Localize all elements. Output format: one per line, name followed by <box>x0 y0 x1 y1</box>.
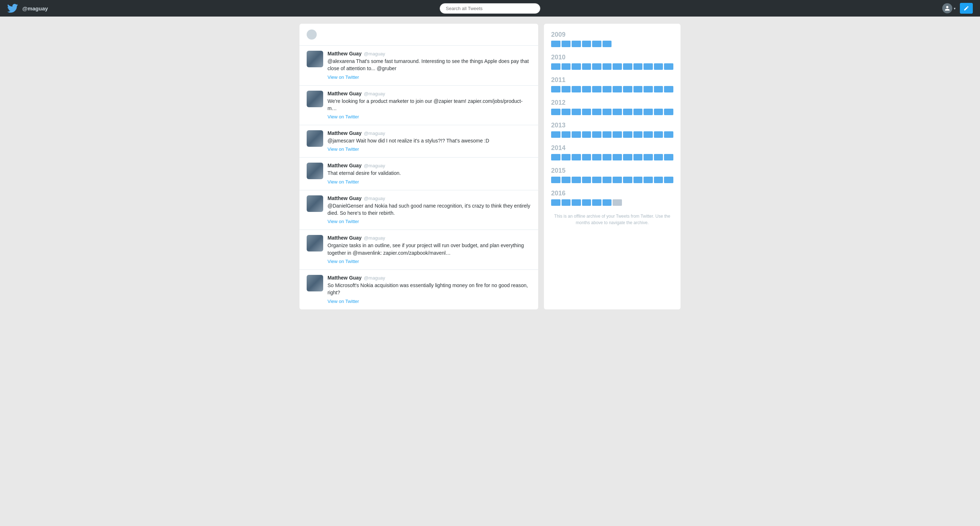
month-bar[interactable] <box>612 108 622 115</box>
month-bar[interactable] <box>623 63 632 70</box>
month-bar[interactable] <box>562 199 571 206</box>
view-on-twitter-link[interactable]: View on Twitter <box>328 114 359 120</box>
month-bar[interactable] <box>582 41 591 47</box>
month-bar[interactable] <box>562 63 571 70</box>
month-bar[interactable] <box>623 108 632 115</box>
month-bar[interactable] <box>664 108 673 115</box>
month-bar[interactable] <box>654 86 663 92</box>
month-bar[interactable] <box>562 108 571 115</box>
month-bar[interactable] <box>654 131 663 138</box>
back-button[interactable] <box>307 30 317 40</box>
month-bar[interactable] <box>623 177 632 183</box>
month-bar[interactable] <box>644 63 653 70</box>
month-bar[interactable] <box>612 154 622 161</box>
month-bar[interactable] <box>592 41 601 47</box>
month-bar[interactable] <box>612 177 622 183</box>
month-bar[interactable] <box>644 177 653 183</box>
month-bar[interactable] <box>644 108 653 115</box>
month-bar[interactable] <box>551 199 560 206</box>
view-on-twitter-link[interactable]: View on Twitter <box>328 179 359 185</box>
month-bar[interactable] <box>612 199 622 206</box>
month-bar[interactable] <box>644 86 653 92</box>
month-bar[interactable] <box>551 154 560 161</box>
month-bar[interactable] <box>592 63 601 70</box>
view-on-twitter-link[interactable]: View on Twitter <box>328 259 359 264</box>
month-bar[interactable] <box>562 41 571 47</box>
month-bar[interactable] <box>633 154 643 161</box>
month-bar[interactable] <box>603 41 612 47</box>
month-bar[interactable] <box>654 177 663 183</box>
view-on-twitter-link[interactable]: View on Twitter <box>328 299 359 304</box>
month-bar[interactable] <box>582 177 591 183</box>
month-bar[interactable] <box>551 131 560 138</box>
month-bar[interactable] <box>654 108 663 115</box>
month-bar[interactable] <box>551 86 560 92</box>
month-bar[interactable] <box>572 154 581 161</box>
view-on-twitter-link[interactable]: View on Twitter <box>328 219 359 224</box>
month-bar[interactable] <box>582 86 591 92</box>
month-bar[interactable] <box>572 131 581 138</box>
search-input[interactable] <box>440 3 540 14</box>
month-bar[interactable] <box>572 86 581 92</box>
month-bar[interactable] <box>592 86 601 92</box>
month-bar[interactable] <box>664 154 673 161</box>
month-bar[interactable] <box>572 177 581 183</box>
month-bar[interactable] <box>592 108 601 115</box>
month-bar[interactable] <box>582 63 591 70</box>
month-bar[interactable] <box>603 108 612 115</box>
month-bar[interactable] <box>603 63 612 70</box>
view-on-twitter-link[interactable]: View on Twitter <box>328 147 359 152</box>
month-bar[interactable] <box>612 63 622 70</box>
month-bar[interactable] <box>551 63 560 70</box>
month-bar[interactable] <box>633 63 643 70</box>
month-bar[interactable] <box>664 177 673 183</box>
month-bar[interactable] <box>551 177 560 183</box>
month-bar[interactable] <box>551 41 560 47</box>
month-bar[interactable] <box>572 63 581 70</box>
tweet-handle: @maguay <box>364 131 385 136</box>
month-bar[interactable] <box>633 131 643 138</box>
month-bar[interactable] <box>562 154 571 161</box>
month-bar[interactable] <box>664 131 673 138</box>
month-bar[interactable] <box>644 131 653 138</box>
user-menu-button[interactable]: ▾ <box>942 3 956 13</box>
month-bar[interactable] <box>592 154 601 161</box>
month-bar[interactable] <box>612 86 622 92</box>
month-bar[interactable] <box>582 154 591 161</box>
month-bar[interactable] <box>654 63 663 70</box>
month-bar[interactable] <box>603 177 612 183</box>
tweet-item: Matthew Guay @maguay @DanielGenser and N… <box>299 190 538 230</box>
month-bar[interactable] <box>551 108 560 115</box>
month-bar[interactable] <box>664 86 673 92</box>
month-bar[interactable] <box>623 154 632 161</box>
month-bar[interactable] <box>592 199 601 206</box>
month-bar[interactable] <box>572 199 581 206</box>
month-bar[interactable] <box>664 63 673 70</box>
month-bar[interactable] <box>603 131 612 138</box>
month-bar[interactable] <box>562 131 571 138</box>
month-bar[interactable] <box>603 199 612 206</box>
month-bar[interactable] <box>592 177 601 183</box>
month-bar[interactable] <box>592 131 601 138</box>
month-bar[interactable] <box>572 41 581 47</box>
month-bar[interactable] <box>562 86 571 92</box>
month-bar[interactable] <box>582 199 591 206</box>
month-bar[interactable] <box>633 177 643 183</box>
tweet-meta: Matthew Guay @maguay <box>328 235 531 241</box>
month-bar[interactable] <box>633 86 643 92</box>
month-bar[interactable] <box>572 108 581 115</box>
month-bar[interactable] <box>603 86 612 92</box>
month-bar[interactable] <box>633 108 643 115</box>
month-bar[interactable] <box>623 131 632 138</box>
month-bar[interactable] <box>582 131 591 138</box>
compose-button[interactable] <box>960 3 973 14</box>
month-bar[interactable] <box>654 154 663 161</box>
tweets-header <box>299 24 538 46</box>
month-bar[interactable] <box>603 154 612 161</box>
month-bar[interactable] <box>644 154 653 161</box>
month-bar[interactable] <box>623 86 632 92</box>
month-bar[interactable] <box>562 177 571 183</box>
view-on-twitter-link[interactable]: View on Twitter <box>328 75 359 80</box>
month-bar[interactable] <box>612 131 622 138</box>
month-bar[interactable] <box>582 108 591 115</box>
